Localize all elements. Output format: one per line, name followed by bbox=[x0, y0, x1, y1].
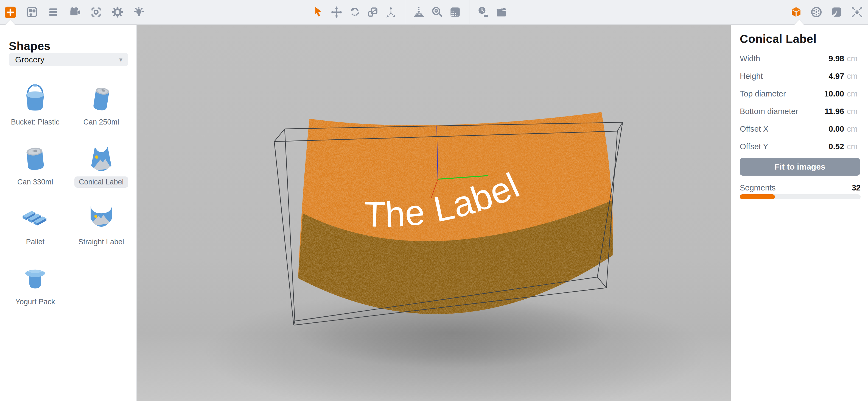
prop-value-field[interactable]: 11.96 bbox=[825, 107, 844, 116]
select-tool-button[interactable] bbox=[311, 4, 326, 20]
prop-unit: cm bbox=[847, 142, 861, 151]
drop-to-floor-button[interactable] bbox=[412, 4, 426, 20]
material-sphere-icon bbox=[810, 6, 823, 19]
shape-item-label: Can 330ml bbox=[13, 176, 58, 188]
prop-row-top-diameter: Top diameter 10.00 cm bbox=[740, 85, 861, 103]
spread-tool-button[interactable] bbox=[384, 4, 398, 20]
scene-tree-button[interactable] bbox=[46, 4, 60, 20]
magnifier-cube-icon bbox=[431, 6, 443, 19]
prop-label: Bottom diameter bbox=[740, 107, 825, 116]
settings-button[interactable] bbox=[110, 4, 125, 20]
add-shape-button[interactable] bbox=[3, 4, 18, 20]
segments-label: Segments bbox=[740, 183, 852, 192]
category-dropdown[interactable]: Grocery ▾ bbox=[9, 53, 128, 66]
timeline-button[interactable] bbox=[476, 4, 490, 20]
segments-slider[interactable] bbox=[740, 194, 861, 199]
plus-icon bbox=[4, 6, 17, 19]
segments-row: Segments 32 bbox=[740, 182, 861, 194]
prop-unit: cm bbox=[847, 107, 861, 116]
shape-item-label: Bucket: Plastic bbox=[7, 117, 64, 128]
light-bulb-icon bbox=[132, 6, 145, 19]
prop-label: Width bbox=[740, 54, 829, 63]
shape-item-pallet[interactable]: Pallet bbox=[2, 200, 68, 259]
lighting-button[interactable] bbox=[132, 4, 146, 20]
spread-icon bbox=[384, 6, 397, 19]
prop-unit: cm bbox=[847, 72, 861, 81]
yogurt-pack-icon bbox=[19, 262, 52, 295]
shape-item-can-250ml[interactable]: Can 250ml bbox=[68, 80, 134, 140]
cursor-icon bbox=[312, 6, 325, 19]
can-icon bbox=[19, 142, 52, 175]
segments-slider-fill bbox=[740, 194, 775, 199]
scene-canvas: The Label bbox=[137, 25, 731, 401]
camera-button[interactable] bbox=[67, 4, 82, 20]
prop-unit: cm bbox=[847, 89, 861, 98]
prop-row-width: Width 9.98 cm bbox=[740, 50, 861, 67]
prop-label: Height bbox=[740, 72, 829, 81]
shape-item-label: Pallet bbox=[22, 236, 49, 248]
materials-button[interactable] bbox=[448, 4, 462, 20]
properties-rows: Width 9.98 cm Height 4.97 cm Top diamete… bbox=[731, 50, 868, 155]
conical-label-icon bbox=[85, 142, 118, 175]
expand-cube-icon bbox=[851, 6, 863, 19]
properties-panel-title: Conical Label bbox=[740, 32, 860, 46]
prop-label: Top diameter bbox=[740, 89, 824, 98]
scale-tool-button[interactable] bbox=[366, 4, 380, 20]
decal-button[interactable] bbox=[830, 4, 844, 20]
shape-item-bucket-plastic[interactable]: Bucket: Plastic bbox=[2, 80, 68, 140]
shape-item-label: Can 250ml bbox=[79, 117, 124, 128]
prop-value-field[interactable]: 0.52 bbox=[829, 142, 844, 151]
snapshot-button[interactable] bbox=[89, 4, 103, 20]
fit-view-button[interactable] bbox=[850, 4, 864, 20]
material-properties-button[interactable] bbox=[809, 4, 824, 20]
pallet-icon bbox=[19, 202, 52, 235]
move-tool-button[interactable] bbox=[330, 4, 344, 20]
prop-value-field[interactable]: 9.98 bbox=[829, 54, 844, 63]
zoom-to-object-button[interactable] bbox=[430, 4, 444, 20]
prop-value-field[interactable]: 4.97 bbox=[829, 72, 844, 81]
active-panel-pointer-left bbox=[5, 20, 15, 25]
shape-grid: Bucket: Plastic Can 250ml bbox=[2, 80, 134, 319]
shape-item-conical-label[interactable]: Conical Label bbox=[68, 140, 134, 200]
cube-icon bbox=[790, 6, 802, 19]
shapes-library-button[interactable] bbox=[25, 4, 39, 20]
properties-panel: Conical Label Width 9.98 cm Height 4.97 … bbox=[731, 25, 868, 401]
prop-label: Offset X bbox=[740, 124, 829, 134]
straight-label-icon bbox=[85, 202, 118, 235]
fit-to-images-button[interactable]: Fit to images bbox=[740, 158, 860, 176]
toolbar-separator bbox=[469, 0, 469, 24]
shapes-panel-title: Shapes bbox=[9, 39, 51, 53]
video-camera-icon bbox=[68, 6, 81, 19]
shape-properties-button[interactable] bbox=[789, 4, 803, 20]
toolbar-separator bbox=[405, 0, 405, 24]
page-curl-icon bbox=[830, 6, 843, 19]
shape-item-straight-label[interactable]: Straight Label bbox=[68, 200, 134, 259]
gear-icon bbox=[111, 6, 124, 19]
shape-item-can-330ml[interactable]: Can 330ml bbox=[2, 140, 68, 200]
prop-row-offset-y: Offset Y 0.52 cm bbox=[740, 138, 861, 155]
toolbar-mid-group bbox=[311, 0, 508, 24]
scale-icon bbox=[367, 6, 379, 19]
render-button[interactable] bbox=[494, 4, 508, 20]
can-icon bbox=[85, 82, 118, 115]
shape-item-label: Yogurt Pack bbox=[11, 296, 60, 308]
shapes-panel: Shapes Grocery ▾ Bucket: Plastic bbox=[0, 25, 137, 401]
rotate-icon bbox=[348, 6, 361, 19]
prop-value-field[interactable]: 0.00 bbox=[829, 124, 844, 134]
segments-value: 32 bbox=[852, 183, 861, 192]
shape-item-label: Straight Label bbox=[74, 236, 128, 248]
toolbar bbox=[0, 0, 868, 25]
rotate-tool-button[interactable] bbox=[347, 4, 362, 20]
app-window: { "toolbar": { "left_icons": [ {"name": … bbox=[0, 0, 868, 401]
prop-label: Offset Y bbox=[740, 142, 829, 151]
prop-unit: cm bbox=[847, 54, 861, 63]
prop-row-bottom-diameter: Bottom diameter 11.96 cm bbox=[740, 103, 861, 120]
viewport-3d[interactable]: The Label bbox=[137, 25, 731, 401]
prop-value-field[interactable]: 10.00 bbox=[824, 89, 844, 98]
drop-to-floor-icon bbox=[412, 6, 425, 19]
move-icon bbox=[330, 6, 343, 19]
list-icon bbox=[47, 6, 60, 19]
toolbar-left-group bbox=[3, 0, 146, 24]
bucket-icon bbox=[19, 82, 52, 115]
shape-item-yogurt-pack[interactable]: Yogurt Pack bbox=[2, 259, 68, 319]
